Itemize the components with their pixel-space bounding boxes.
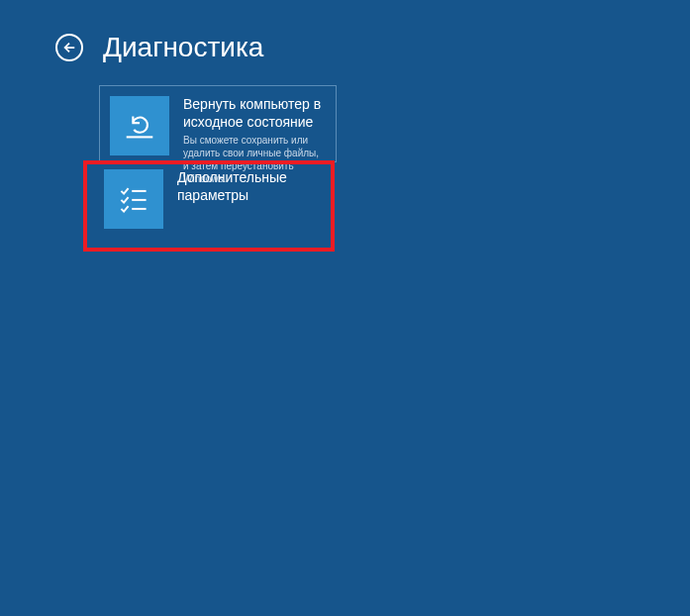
page-title: Диагностика	[103, 32, 263, 63]
option-advanced[interactable]: Дополнительные параметры	[99, 164, 337, 242]
option-reset-pc[interactable]: Вернуть компьютер в исходное состояние В…	[99, 85, 337, 162]
reset-icon	[121, 107, 158, 145]
checklist-icon-box	[104, 169, 163, 229]
options-list: Вернуть компьютер в исходное состояние В…	[0, 63, 690, 242]
option-title: Дополнительные параметры	[177, 169, 332, 204]
reset-icon-box	[110, 96, 169, 155]
back-arrow-icon	[62, 41, 76, 54]
option-text: Дополнительные параметры	[177, 169, 332, 207]
option-title: Вернуть компьютер в исходное состояние	[183, 96, 326, 131]
header: Диагностика	[0, 0, 690, 63]
back-button[interactable]	[55, 34, 83, 61]
checklist-icon	[116, 181, 151, 217]
